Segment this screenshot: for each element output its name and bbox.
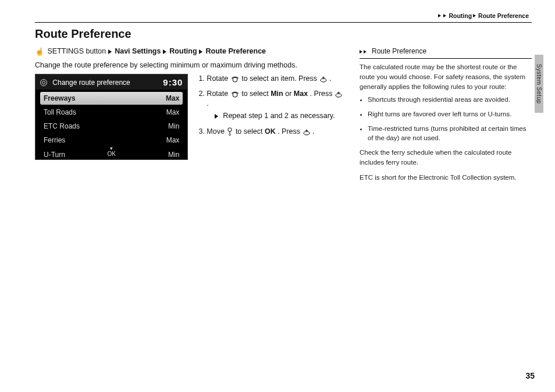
triangle-icon	[163, 49, 166, 54]
triangle-icon	[473, 14, 476, 17]
sidebar-paragraph: Check the ferry schedule when the calcul…	[360, 148, 532, 167]
header-rule	[35, 22, 532, 23]
screenshot-row: ETC RoadsMin	[40, 120, 183, 133]
page-number: 35	[525, 370, 535, 382]
device-screenshot: Change route preference 9:30 FreewaysMax…	[35, 74, 188, 160]
svg-point-0	[233, 77, 237, 82]
hand-icon: ☝	[35, 47, 44, 57]
sidebar-title: Route Preference	[360, 47, 532, 56]
intro-text: Change the route preference by selecting…	[35, 60, 343, 70]
push-button-icon	[303, 127, 311, 136]
instruction-steps: Rotate to select an item. Press . Rotate…	[196, 74, 343, 142]
push-button-icon	[335, 90, 343, 98]
step-1: Rotate to select an item. Press .	[207, 74, 343, 84]
svg-point-2	[233, 92, 237, 97]
screenshot-title: Change route preference	[52, 79, 130, 87]
nav-step: Navi Settings	[115, 47, 161, 55]
sidebar-bullet: Time-restricted turns (turns prohibited …	[368, 124, 532, 143]
svg-point-4	[228, 128, 232, 131]
triangle-icon	[438, 14, 441, 17]
double-triangle-icon	[360, 47, 368, 56]
sidebar-paragraph: The calculated route may be the shortest…	[360, 62, 532, 91]
sidebar-bullet: Shortcuts through residential areas are …	[368, 95, 532, 105]
triangle-icon	[443, 14, 446, 17]
sidebar-content: The calculated route may be the shortest…	[360, 62, 532, 183]
triangle-icon	[199, 49, 202, 54]
nav-step: SETTINGS button	[47, 47, 106, 55]
nav-step: Route Preference	[206, 47, 266, 55]
sidebar-paragraph: ETC is short for the Electronic Toll Col…	[360, 173, 532, 183]
joystick-icon	[226, 127, 233, 136]
rotary-knob-icon	[230, 74, 240, 83]
triangle-icon	[215, 114, 218, 119]
nav-step: Routing	[169, 47, 197, 55]
rotary-knob-icon	[230, 90, 240, 98]
step-3: Move to select OK . Press .	[207, 127, 343, 137]
gear-icon	[40, 79, 47, 86]
section-tab: System Setup	[535, 55, 543, 113]
triangle-icon	[108, 49, 112, 54]
screenshot-clock: 9:30	[163, 77, 183, 88]
page-title: Route Preference	[35, 26, 532, 42]
screenshot-ok: ▾ OK	[35, 147, 187, 158]
screenshot-row: Toll RoadsMax	[40, 106, 183, 119]
sidebar-bullet: Right turns are favored over left turns …	[368, 109, 532, 119]
push-button-icon	[319, 74, 328, 83]
chevron-down-icon: ▾	[35, 147, 187, 150]
section-tab-label: System Setup	[535, 64, 543, 104]
step-2-sub: Repeat step 1 and 2 as necessary.	[215, 111, 343, 121]
nav-path: ☝ SETTINGS button Navi Settings Routing …	[35, 47, 343, 57]
step-2: Rotate to select Min or Max . Press . Re…	[207, 89, 343, 121]
header-crumb: Route Preference	[478, 12, 529, 20]
header-crumb: Routing	[449, 12, 472, 20]
sidebar-rule	[360, 58, 532, 59]
header-breadcrumb: Routing Route Preference	[35, 12, 532, 20]
screenshot-row: FreewaysMax	[40, 92, 183, 105]
